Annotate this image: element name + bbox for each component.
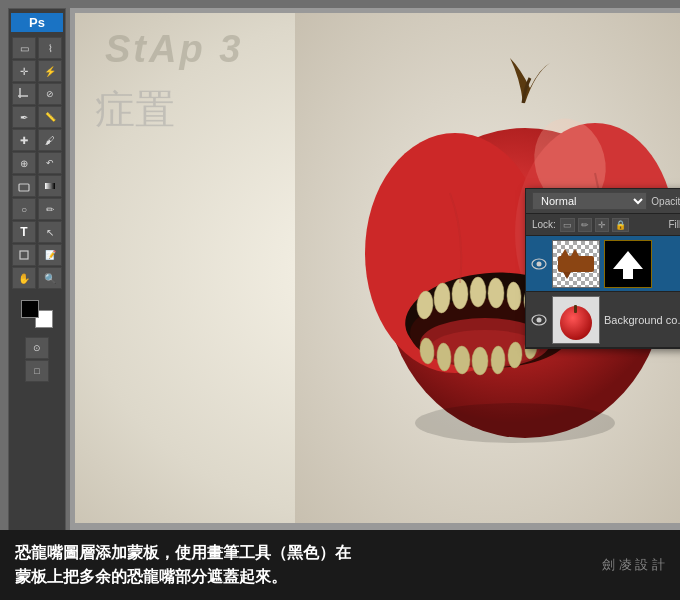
marquee-icon: ▭ bbox=[20, 43, 29, 54]
lock-all-btn[interactable]: 🔒 bbox=[612, 218, 629, 232]
gradient-tool[interactable] bbox=[38, 175, 62, 197]
pen-icon: ✏ bbox=[46, 204, 54, 215]
tool-row-10: 📝 bbox=[11, 244, 63, 266]
lock-label: Lock: bbox=[532, 219, 556, 230]
svg-point-40 bbox=[537, 317, 542, 322]
crop-tool[interactable] bbox=[12, 83, 36, 105]
brush-tool[interactable]: 🖌 bbox=[38, 129, 62, 151]
eraser-tool[interactable] bbox=[12, 175, 36, 197]
tool-row-screen: □ bbox=[11, 360, 63, 382]
lock-position-btn[interactable]: ✛ bbox=[595, 218, 609, 232]
opacity-label: Opacity: bbox=[651, 196, 680, 207]
tool-row-3: ⊘ bbox=[11, 83, 63, 105]
svg-point-11 bbox=[415, 403, 615, 443]
magic-wand-icon: ⚡ bbox=[44, 66, 56, 77]
layer-1-thumb bbox=[552, 240, 600, 288]
apple-image: Normal Opacity: ▶ Lock: ▭ ✏ bbox=[295, 13, 680, 523]
hand-icon: ✋ bbox=[18, 273, 30, 284]
screen-mode-btn[interactable]: □ bbox=[25, 360, 49, 382]
slice-tool[interactable]: ⊘ bbox=[38, 83, 62, 105]
svg-point-20 bbox=[488, 278, 505, 308]
move-tool[interactable]: ✛ bbox=[12, 60, 36, 82]
foreground-color-swatch[interactable] bbox=[21, 300, 39, 318]
step-text: StAp 3 bbox=[105, 28, 243, 71]
history-brush-tool[interactable]: ↶ bbox=[38, 152, 62, 174]
description-line2: 蒙板上把多余的恐龍嘴部分遮蓋起來。 bbox=[15, 565, 602, 589]
eye-icon-2 bbox=[531, 314, 547, 326]
blend-mode-select[interactable]: Normal bbox=[532, 192, 647, 210]
layer-1-mask-thumb bbox=[604, 240, 652, 288]
measure-icon: 📏 bbox=[45, 112, 56, 122]
layer-row-2[interactable]: Background co... bbox=[526, 292, 680, 348]
clone-icon: ⊕ bbox=[20, 158, 28, 169]
layer-2-thumb-svg bbox=[553, 297, 599, 343]
healing-tool[interactable]: ✚ bbox=[12, 129, 36, 151]
tool-row-11: ✋ 🔍 bbox=[11, 267, 63, 289]
svg-rect-43 bbox=[574, 305, 577, 313]
svg-rect-4 bbox=[20, 251, 28, 259]
svg-point-19 bbox=[470, 277, 486, 307]
quick-mask-btn[interactable]: ⊙ bbox=[25, 337, 49, 359]
canvas-inner: StAp 3 症置 bbox=[75, 13, 680, 523]
history-brush-icon: ↶ bbox=[46, 158, 54, 168]
layer-2-thumb bbox=[552, 296, 600, 344]
chinese-watermark: 症置 bbox=[95, 88, 175, 132]
zoom-tool[interactable]: 🔍 bbox=[38, 267, 62, 289]
quick-mask-icon: ⊙ bbox=[33, 343, 41, 353]
layer-1-thumb-svg bbox=[553, 241, 599, 287]
layer-row-1[interactable] bbox=[526, 236, 680, 292]
fill-row: Fill: ▶ bbox=[668, 217, 680, 232]
svg-rect-3 bbox=[45, 183, 55, 189]
dodge-icon: ○ bbox=[21, 204, 27, 215]
eyedropper-tool[interactable]: ✒ bbox=[12, 106, 36, 128]
clone-tool[interactable]: ⊕ bbox=[12, 152, 36, 174]
tool-row-7 bbox=[11, 175, 63, 197]
layers-blend-row: Normal Opacity: ▶ bbox=[526, 189, 680, 214]
lock-transparency-btn[interactable]: ▭ bbox=[560, 218, 575, 232]
tool-row-4: ✒ 📏 bbox=[11, 106, 63, 128]
svg-point-28 bbox=[491, 346, 505, 374]
layer-1-visibility[interactable] bbox=[530, 255, 548, 273]
lock-icons: ▭ ✏ ✛ 🔒 bbox=[560, 218, 629, 232]
tool-row-9: T ↖ bbox=[11, 221, 63, 243]
slice-icon: ⊘ bbox=[46, 89, 54, 99]
text-tool[interactable]: T bbox=[12, 221, 36, 243]
path-select-tool[interactable]: ↖ bbox=[38, 221, 62, 243]
notes-tool[interactable]: 📝 bbox=[38, 244, 62, 266]
path-select-icon: ↖ bbox=[46, 227, 54, 238]
svg-point-32 bbox=[537, 261, 542, 266]
lasso-tool[interactable]: ⌇ bbox=[38, 37, 62, 59]
lock-image-btn[interactable]: ✏ bbox=[578, 218, 592, 232]
opacity-row: Opacity: ▶ bbox=[651, 194, 680, 209]
tool-row-1: ▭ ⌇ bbox=[11, 37, 63, 59]
svg-point-18 bbox=[452, 279, 469, 309]
dodge-tool[interactable]: ○ bbox=[12, 198, 36, 220]
shape-icon bbox=[17, 248, 31, 262]
fill-label: Fill: bbox=[668, 219, 680, 230]
text-icon: T bbox=[20, 225, 27, 239]
tool-row-6: ⊕ ↶ bbox=[11, 152, 63, 174]
measure-tool[interactable]: 📏 bbox=[38, 106, 62, 128]
svg-point-27 bbox=[472, 347, 488, 375]
layer-2-name: Background co... bbox=[604, 314, 680, 326]
tool-row-modes: ⊙ bbox=[11, 337, 63, 359]
toolbar: Ps ▭ ⌇ ✛ ⚡ ⊘ bbox=[8, 8, 66, 538]
brush-icon: 🖌 bbox=[45, 135, 55, 146]
magic-wand-tool[interactable]: ⚡ bbox=[38, 60, 62, 82]
watermark-text: 劍 凌 設 計 bbox=[602, 556, 665, 574]
gradient-icon bbox=[43, 179, 57, 193]
hand-tool[interactable]: ✋ bbox=[12, 267, 36, 289]
layers-panel: Normal Opacity: ▶ Lock: ▭ ✏ bbox=[525, 188, 680, 349]
pen-tool[interactable]: ✏ bbox=[38, 198, 62, 220]
lasso-icon: ⌇ bbox=[48, 43, 53, 54]
layer-2-visibility[interactable] bbox=[530, 311, 548, 329]
marquee-tool[interactable]: ▭ bbox=[12, 37, 36, 59]
screen-mode-icon: □ bbox=[34, 366, 39, 376]
description-line1: 恐龍嘴圖層添加蒙板，使用畫筆工具（黑色）在 bbox=[15, 541, 602, 565]
shape-tool[interactable] bbox=[12, 244, 36, 266]
bottom-bar: 恐龍嘴圖層添加蒙板，使用畫筆工具（黑色）在 蒙板上把多余的恐龍嘴部分遮蓋起來。 … bbox=[0, 530, 680, 600]
layer-1-mask-svg bbox=[605, 241, 651, 287]
tool-row-5: ✚ 🖌 bbox=[11, 129, 63, 151]
description-text: 恐龍嘴圖層添加蒙板，使用畫筆工具（黑色）在 蒙板上把多余的恐龍嘴部分遮蓋起來。 bbox=[15, 541, 602, 589]
eraser-icon bbox=[17, 179, 31, 193]
